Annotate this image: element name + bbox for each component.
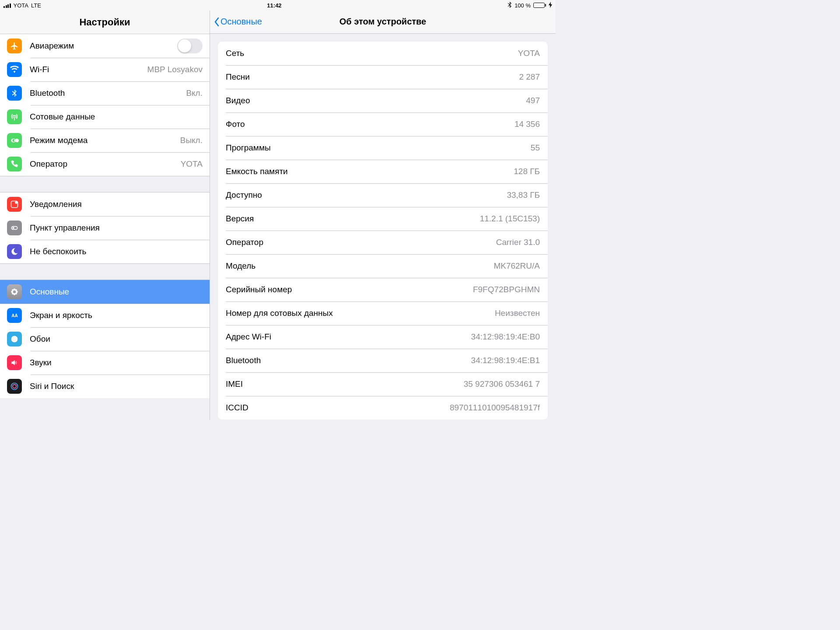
sidebar-item-control-center[interactable]: Пункт управления bbox=[0, 216, 210, 240]
about-row-value: 33,83 ГБ bbox=[507, 190, 540, 200]
phone-icon bbox=[7, 157, 22, 172]
bluetooth-icon bbox=[508, 2, 512, 9]
about-row-label: Емкость памяти bbox=[226, 167, 514, 176]
hotspot-icon bbox=[7, 133, 22, 148]
sidebar-item-cellular[interactable]: Сотовые данные bbox=[0, 105, 210, 129]
about-row-label: Адрес Wi-Fi bbox=[226, 332, 471, 342]
about-row-value: 11.2.1 (15C153) bbox=[480, 214, 540, 224]
sidebar-item-label: Экран и яркость bbox=[30, 311, 203, 320]
settings-sidebar: Настройки Авиарежим Wi-Fi MBP Losyakov B… bbox=[0, 10, 210, 420]
about-row-label: Доступно bbox=[226, 190, 507, 200]
about-row-value: 128 ГБ bbox=[514, 167, 540, 176]
svg-point-3 bbox=[12, 227, 14, 229]
about-list: СетьYOTAПесни2 287Видео497Фото14 356Прог… bbox=[218, 42, 548, 420]
sidebar-item-label: Пункт управления bbox=[30, 223, 203, 233]
sidebar-item-airplane[interactable]: Авиарежим bbox=[0, 34, 210, 58]
battery-icon bbox=[533, 3, 546, 8]
sidebar-item-dnd[interactable]: Не беспокоить bbox=[0, 240, 210, 263]
about-row-value: 55 bbox=[531, 143, 540, 153]
about-row-value: Неизвестен bbox=[495, 308, 540, 318]
about-row[interactable]: IMEI35 927306 053461 7 bbox=[218, 372, 548, 396]
status-battery-pct: 100 % bbox=[514, 2, 531, 9]
sidebar-item-bluetooth[interactable]: Bluetooth Вкл. bbox=[0, 81, 210, 105]
sidebar-item-general[interactable]: Основные bbox=[0, 280, 210, 304]
about-row[interactable]: Серийный номерF9FQ72BPGHMN bbox=[218, 278, 548, 301]
sidebar-item-notifications[interactable]: Уведомления bbox=[0, 192, 210, 216]
sidebar-item-label: Сотовые данные bbox=[30, 112, 203, 122]
svg-point-7 bbox=[11, 383, 18, 390]
siri-icon bbox=[7, 379, 22, 394]
detail-navbar: Основные Об этом устройстве bbox=[210, 10, 556, 34]
moon-icon bbox=[7, 244, 22, 259]
status-time: 11:42 bbox=[41, 2, 508, 9]
speaker-icon bbox=[7, 355, 22, 370]
about-row[interactable]: Песни2 287 bbox=[218, 65, 548, 89]
sidebar-group-connectivity: Авиарежим Wi-Fi MBP Losyakov Bluetooth В… bbox=[0, 34, 210, 176]
sidebar-item-label: Основные bbox=[30, 287, 203, 297]
about-row[interactable]: Видео497 bbox=[218, 89, 548, 112]
about-row-label: Фото bbox=[226, 119, 514, 129]
svg-rect-2 bbox=[11, 227, 17, 230]
about-row-value: 34:12:98:19:4E:B0 bbox=[471, 332, 540, 342]
about-row-label: Оператор bbox=[226, 238, 496, 247]
status-carrier: YOTA bbox=[14, 2, 28, 9]
sidebar-item-value: Выкл. bbox=[180, 136, 203, 145]
sidebar-item-label: Обои bbox=[30, 334, 203, 344]
sidebar-item-value: YOTA bbox=[181, 159, 203, 169]
about-row-value: 14 356 bbox=[514, 119, 540, 129]
about-row-value: 497 bbox=[526, 96, 540, 105]
about-row[interactable]: Доступно33,83 ГБ bbox=[218, 183, 548, 207]
about-row-value: MK762RU/A bbox=[494, 261, 540, 271]
about-row-value: Carrier 31.0 bbox=[496, 238, 540, 247]
about-row-label: IMEI bbox=[226, 379, 464, 389]
about-row[interactable]: Фото14 356 bbox=[218, 112, 548, 136]
about-row-label: Программы bbox=[226, 143, 531, 153]
sidebar-item-sounds[interactable]: Звуки bbox=[0, 351, 210, 374]
about-row-label: Номер для сотовых данных bbox=[226, 308, 495, 318]
sidebar-item-label: Звуки bbox=[30, 358, 203, 368]
wifi-icon bbox=[7, 62, 22, 77]
about-row[interactable]: Версия11.2.1 (15C153) bbox=[218, 207, 548, 231]
chevron-left-icon bbox=[214, 17, 220, 27]
gear-icon bbox=[7, 284, 22, 299]
sidebar-item-carrier[interactable]: Оператор YOTA bbox=[0, 152, 210, 176]
about-row[interactable]: Емкость памяти128 ГБ bbox=[218, 160, 548, 183]
about-row[interactable]: ICCID8970111010095481917f bbox=[218, 396, 548, 420]
back-label: Основные bbox=[220, 17, 262, 27]
about-row[interactable]: Адрес Wi-Fi34:12:98:19:4E:B0 bbox=[218, 325, 548, 349]
sidebar-item-label: Не беспокоить bbox=[30, 247, 203, 256]
control-center-icon bbox=[7, 220, 22, 235]
sidebar-item-wifi[interactable]: Wi-Fi MBP Losyakov bbox=[0, 58, 210, 81]
back-button[interactable]: Основные bbox=[210, 17, 262, 27]
about-row-value: YOTA bbox=[518, 49, 540, 58]
about-row-label: Сеть bbox=[226, 49, 518, 58]
about-row[interactable]: МодельMK762RU/A bbox=[218, 254, 548, 278]
about-row-label: Песни bbox=[226, 72, 519, 82]
detail-pane: Основные Об этом устройстве СетьYOTAПесн… bbox=[210, 10, 556, 420]
sidebar-item-label: Siri и Поиск bbox=[30, 382, 203, 391]
sidebar-item-display[interactable]: AA Экран и яркость bbox=[0, 304, 210, 327]
about-row[interactable]: Номер для сотовых данныхНеизвестен bbox=[218, 301, 548, 325]
about-row-label: Видео bbox=[226, 96, 526, 105]
sidebar-item-siri[interactable]: Siri и Поиск bbox=[0, 374, 210, 398]
notifications-icon bbox=[7, 197, 22, 212]
about-row-label: Модель bbox=[226, 261, 494, 271]
airplane-toggle[interactable] bbox=[177, 38, 203, 53]
wallpaper-icon bbox=[7, 332, 22, 346]
sidebar-item-label: Bluetooth bbox=[30, 88, 186, 98]
sidebar-item-label: Уведомления bbox=[30, 200, 203, 209]
about-row[interactable]: ОператорCarrier 31.0 bbox=[218, 231, 548, 254]
antenna-icon bbox=[7, 109, 22, 124]
sidebar-item-wallpaper[interactable]: Обои bbox=[0, 327, 210, 351]
about-row[interactable]: Bluetooth34:12:98:19:4E:B1 bbox=[218, 349, 548, 372]
svg-point-8 bbox=[13, 385, 16, 388]
sidebar-item-hotspot[interactable]: Режим модема Выкл. bbox=[0, 129, 210, 152]
sidebar-title: Настройки bbox=[0, 17, 210, 28]
about-row[interactable]: СетьYOTA bbox=[218, 42, 548, 65]
about-row-label: Серийный номер bbox=[226, 285, 473, 294]
sidebar-item-label: Режим модема bbox=[30, 136, 180, 145]
sidebar-item-value: MBP Losyakov bbox=[147, 65, 203, 74]
display-icon: AA bbox=[7, 308, 22, 323]
about-row[interactable]: Программы55 bbox=[218, 136, 548, 160]
charging-icon bbox=[549, 2, 552, 9]
